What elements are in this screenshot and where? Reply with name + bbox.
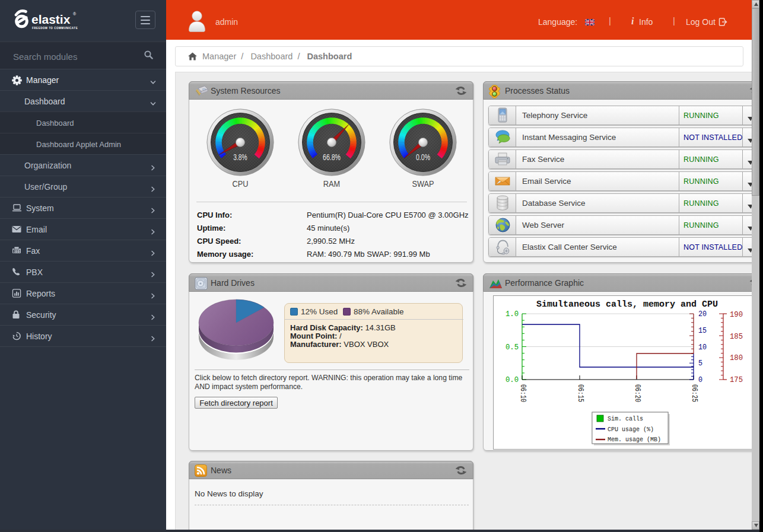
- svg-text:06:25: 06:25: [690, 384, 698, 402]
- svg-text:0.0%: 0.0%: [416, 153, 430, 162]
- svg-text:Simultaneous calls, memory and: Simultaneous calls, memory and CPU: [536, 300, 718, 310]
- svg-text:06:20: 06:20: [633, 384, 641, 402]
- svg-text:10: 10: [698, 343, 707, 352]
- svg-text:0: 0: [698, 376, 702, 384]
- svg-text:185: 185: [730, 333, 743, 341]
- svg-text:66.8%: 66.8%: [323, 153, 341, 162]
- svg-text:175: 175: [730, 376, 743, 384]
- svg-text:elastix: elastix: [31, 12, 71, 26]
- svg-text:190: 190: [730, 311, 743, 319]
- svg-text:0.0: 0.0: [506, 376, 519, 384]
- svg-text:0.5: 0.5: [506, 343, 519, 352]
- svg-text:®: ®: [73, 12, 77, 16]
- svg-text:20: 20: [698, 310, 707, 318]
- svg-text:FREEDOM TO COMMUNICATE: FREEDOM TO COMMUNICATE: [32, 27, 78, 30]
- svg-text:15: 15: [698, 327, 707, 335]
- svg-text:06:15: 06:15: [576, 384, 584, 402]
- svg-text:180: 180: [730, 354, 743, 362]
- svg-text:CPU usage (%): CPU usage (%): [608, 426, 654, 433]
- svg-text:Mem. usage (MB): Mem. usage (MB): [608, 437, 661, 443]
- svg-text:1.0: 1.0: [506, 310, 519, 318]
- svg-text:3.8%: 3.8%: [233, 153, 247, 162]
- svg-text:5: 5: [698, 359, 702, 368]
- svg-text:Sim. calls: Sim. calls: [608, 416, 643, 422]
- svg-text:06:10: 06:10: [519, 384, 527, 402]
